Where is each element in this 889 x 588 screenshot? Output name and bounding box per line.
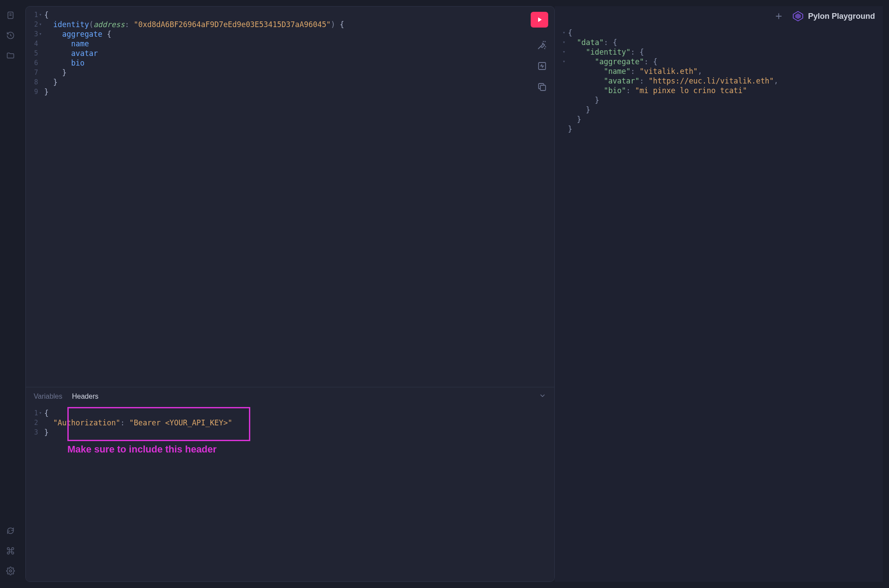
code-line: 6 bio <box>27 58 554 68</box>
code-content: } <box>44 68 66 77</box>
line-number: 1 <box>27 10 38 20</box>
fold-toggle-icon[interactable]: ▾ <box>38 10 44 20</box>
document-icon[interactable] <box>6 10 15 20</box>
fold-toggle-icon[interactable]: ▾ <box>560 57 568 66</box>
result-content: } <box>568 124 572 134</box>
query-editor[interactable]: 1▾{2▾ identity(address: "0xd8dA6BF26964a… <box>26 7 554 387</box>
folder-icon[interactable] <box>6 51 15 60</box>
code-content: bio <box>44 58 84 68</box>
result-line: } <box>560 95 878 105</box>
result-line: } <box>560 115 878 124</box>
fold-toggle-icon[interactable]: ▾ <box>560 28 568 38</box>
result-content: "bio": "mi pinxe lo crino tcati" <box>568 86 747 95</box>
workspace: 1▾{2▾ identity(address: "0xd8dA6BF26964a… <box>25 6 883 582</box>
line-number: 3 <box>27 29 38 39</box>
code-line: 1▾{ <box>27 10 554 20</box>
result-content: "name": "vitalik.eth", <box>568 66 702 76</box>
line-number: 5 <box>27 49 38 58</box>
new-tab-plus-icon[interactable] <box>774 11 784 21</box>
line-number: 1 <box>27 408 38 418</box>
code-content: identity(address: "0xd8dA6BF26964aF9D7eE… <box>44 20 344 29</box>
svg-rect-3 <box>540 85 546 90</box>
annotation-text: Make sure to include this header <box>67 445 217 454</box>
code-line: 5 avatar <box>27 49 554 58</box>
fold-toggle-icon[interactable]: ▾ <box>38 29 44 39</box>
line-number: 8 <box>27 77 38 87</box>
prettify-icon[interactable] <box>537 40 547 50</box>
copy-icon[interactable] <box>537 82 547 92</box>
keyboard-shortcuts-icon[interactable] <box>6 546 15 556</box>
result-line: } <box>560 124 878 134</box>
code-content: name <box>44 39 89 49</box>
tab-headers[interactable]: Headers <box>72 393 98 400</box>
result-line: ▾ "identity": { <box>560 47 878 57</box>
code-line: 3} <box>27 428 554 437</box>
refresh-icon[interactable] <box>6 526 15 536</box>
svg-marker-5 <box>795 14 801 19</box>
fold-toggle-icon[interactable]: ▾ <box>560 47 568 57</box>
line-number: 2 <box>27 418 38 428</box>
code-line: 2▾ identity(address: "0xd8dA6BF26964aF9D… <box>27 20 554 29</box>
result-line: } <box>560 105 878 115</box>
main: 1▾{2▾ identity(address: "0xd8dA6BF26964a… <box>21 0 889 588</box>
result-line: ▾{ <box>560 28 878 38</box>
fold-toggle-icon[interactable]: ▾ <box>560 38 568 47</box>
editor-toolbar <box>537 40 547 92</box>
code-line: 8 } <box>27 77 554 87</box>
chevron-down-icon[interactable] <box>539 392 546 401</box>
editor-panel: 1▾{2▾ identity(address: "0xd8dA6BF26964a… <box>25 6 555 582</box>
code-content: { <box>44 408 49 418</box>
tab-variables[interactable]: Variables <box>34 393 63 400</box>
svg-point-1 <box>10 570 12 572</box>
code-content: } <box>44 87 49 97</box>
code-content: "Authorization": "Bearer <YOUR_API_KEY>" <box>44 418 232 428</box>
brand-logo-icon <box>792 10 804 22</box>
left-rail <box>0 0 21 588</box>
code-content: { <box>44 10 49 20</box>
brand-label: Pylon Playground <box>808 12 875 21</box>
line-number: 4 <box>27 39 38 49</box>
bottom-panel: Variables Headers 1▾{2 "Authorization": … <box>26 387 554 581</box>
fold-toggle-icon[interactable]: ▾ <box>38 20 44 29</box>
line-number: 9 <box>27 87 38 97</box>
result-panel: Pylon Playground ▾{▾ "data": {▾ "identit… <box>555 6 883 582</box>
settings-gear-icon[interactable] <box>6 566 15 576</box>
code-line: 1▾{ <box>27 408 554 418</box>
fold-toggle-icon[interactable]: ▾ <box>38 408 44 418</box>
result-line: "avatar": "https://euc.li/vitalik.eth", <box>560 76 878 86</box>
bottom-tabs: Variables Headers <box>26 387 554 406</box>
line-number: 2 <box>27 20 38 29</box>
result-content: "data": { <box>568 38 617 47</box>
code-content: aggregate { <box>44 29 112 39</box>
headers-editor[interactable]: 1▾{2 "Authorization": "Bearer <YOUR_API_… <box>26 406 554 581</box>
code-line: 7 } <box>27 68 554 77</box>
code-content: } <box>44 77 58 87</box>
result-line: "name": "vitalik.eth", <box>560 66 878 76</box>
result-content: { <box>568 28 572 38</box>
code-line: 4 name <box>27 39 554 49</box>
merge-fragments-icon[interactable] <box>537 61 547 71</box>
result-content: } <box>568 95 599 105</box>
result-content: "avatar": "https://euc.li/vitalik.eth", <box>568 76 778 86</box>
result-line: "bio": "mi pinxe lo crino tcati" <box>560 86 878 95</box>
history-icon[interactable] <box>6 31 15 40</box>
line-number: 6 <box>27 58 38 68</box>
code-line: 3▾ aggregate { <box>27 29 554 39</box>
brand: Pylon Playground <box>792 10 875 22</box>
result-content: "aggregate": { <box>568 57 658 66</box>
code-line: 9} <box>27 87 554 97</box>
code-line: 2 "Authorization": "Bearer <YOUR_API_KEY… <box>27 418 554 428</box>
result-line: ▾ "aggregate": { <box>560 57 878 66</box>
result-line: ▾ "data": { <box>560 38 878 47</box>
result-header: Pylon Playground <box>555 6 883 22</box>
run-button[interactable] <box>531 12 548 28</box>
code-content: } <box>44 428 49 437</box>
result-content: } <box>568 105 590 115</box>
line-number: 3 <box>27 428 38 437</box>
result-content: } <box>568 115 581 124</box>
line-number: 7 <box>27 68 38 77</box>
result-content: "identity": { <box>568 47 644 57</box>
result-body[interactable]: ▾{▾ "data": {▾ "identity": {▾ "aggregate… <box>555 22 883 582</box>
code-content: avatar <box>44 49 98 58</box>
